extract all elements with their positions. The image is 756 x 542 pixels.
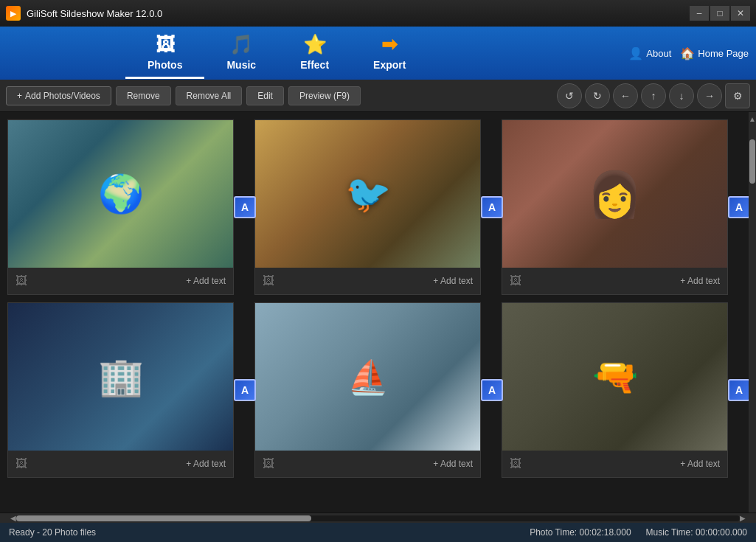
music-icon: 🎵 <box>229 33 253 56</box>
photo-icon-4: 🖼 <box>15 457 27 470</box>
text-overlay-icon-1[interactable]: A <box>234 196 256 218</box>
photo-image-5: ⛵ <box>347 358 389 397</box>
h-scroll-thumb[interactable] <box>16 515 311 521</box>
photo-footer-6: 🖼 + Add text <box>502 451 727 477</box>
settings-button[interactable]: ⚙ <box>725 83 750 108</box>
photo-footer-1: 🖼 + Add text <box>8 268 233 294</box>
vertical-scrollbar[interactable]: ▲ <box>749 112 756 513</box>
photo-image-4: 🏢 <box>98 355 144 398</box>
photo-overlay-3: 👩 <box>502 120 727 268</box>
photo-card-wrapper-4: 🏢 🖼 + Add text A <box>7 302 247 478</box>
horizontal-scrollbar[interactable]: ◀ ▶ <box>0 513 756 523</box>
homepage-label: Home Page <box>698 48 749 59</box>
scroll-thumb[interactable] <box>749 139 755 184</box>
tab-music[interactable]: 🎵 Music <box>204 27 278 79</box>
text-overlay-icon-5[interactable]: A <box>481 379 503 401</box>
add-photos-button[interactable]: + Add Photos/Videos <box>6 86 111 105</box>
rotate-left-button[interactable]: ↺ <box>557 83 582 108</box>
about-icon: 👤 <box>628 46 643 60</box>
photo-overlay-1: 🌍 <box>8 120 233 268</box>
text-overlay-icon-4[interactable]: A <box>234 379 256 401</box>
photos-icon: 🖼 <box>156 33 175 56</box>
tab-effect[interactable]: ⭐ Effect <box>278 27 351 79</box>
tab-effect-label: Effect <box>300 59 329 71</box>
add-text-button-6[interactable]: + Add text <box>680 459 720 469</box>
photo-overlay-2: 🐦 <box>255 120 480 268</box>
photo-overlay-4: 🏢 <box>8 303 233 451</box>
add-text-button-1[interactable]: + Add text <box>186 276 226 286</box>
homepage-link[interactable]: 🏠 Home Page <box>680 46 749 60</box>
nav-tabs: 🖼 Photos 🎵 Music ⭐ Effect ➡ Export <box>125 27 428 79</box>
photo-card-wrapper-5: ⛵ 🖼 + Add text A <box>254 302 494 478</box>
photo-card-5[interactable]: ⛵ 🖼 + Add text <box>254 302 481 478</box>
tab-photos[interactable]: 🖼 Photos <box>125 27 204 79</box>
arrow-up-button[interactable]: ↑ <box>641 83 666 108</box>
photo-icon-6: 🖼 <box>510 457 521 470</box>
tab-export-label: Export <box>373 59 406 71</box>
window-controls[interactable]: – □ ✕ <box>690 6 750 21</box>
arrow-left-button[interactable]: ← <box>613 83 638 108</box>
add-text-button-3[interactable]: + Add text <box>680 276 720 286</box>
photo-grid: 🌍 🖼 + Add text A 🐦 <box>0 112 749 513</box>
remove-button[interactable]: Remove <box>116 86 171 105</box>
photo-thumb-6: 🔫 <box>502 303 727 451</box>
photo-card-2[interactable]: 🐦 🖼 + Add text <box>254 119 481 295</box>
photo-footer-2: 🖼 + Add text <box>255 268 480 294</box>
tab-photos-label: Photos <box>148 59 182 71</box>
close-button[interactable]: ✕ <box>731 6 750 21</box>
app-title: GiliSoft Sildeshow Maker 12.0.0 <box>27 8 162 19</box>
add-icon: + <box>17 91 22 101</box>
text-overlay-icon-6[interactable]: A <box>728 379 749 401</box>
ready-status: Ready - 20 Photo files <box>9 527 96 538</box>
export-icon: ➡ <box>381 33 398 56</box>
photo-image-6: 🔫 <box>592 355 638 398</box>
text-overlay-icon-2[interactable]: A <box>481 196 503 218</box>
tab-music-label: Music <box>226 59 256 71</box>
photo-card-6[interactable]: 🔫 🖼 + Add text <box>502 302 728 478</box>
photo-icon-3: 🖼 <box>510 274 521 288</box>
photo-time: Photo Time: 00:02:18.000 <box>530 527 631 538</box>
photo-card-3[interactable]: 👩 🖼 + Add text <box>502 119 728 295</box>
scroll-up-arrow[interactable]: ▲ <box>747 114 756 125</box>
app-icon: ▶ <box>6 6 21 21</box>
homepage-icon: 🏠 <box>680 46 695 60</box>
photo-image-1: 🌍 <box>98 173 144 215</box>
remove-all-button[interactable]: Remove All <box>176 86 243 105</box>
add-text-button-4[interactable]: + Add text <box>186 459 226 469</box>
photo-card-wrapper-6: 🔫 🖼 + Add text A <box>502 302 741 478</box>
photo-overlay-6: 🔫 <box>502 303 727 451</box>
photo-footer-4: 🖼 + Add text <box>8 451 233 477</box>
photo-icon-1: 🖼 <box>15 274 27 288</box>
minimize-button[interactable]: – <box>690 6 709 21</box>
about-link[interactable]: 👤 About <box>628 46 671 60</box>
photo-card-wrapper-1: 🌍 🖼 + Add text A <box>7 119 247 295</box>
title-bar: ▶ GiliSoft Sildeshow Maker 12.0.0 – □ ✕ <box>0 0 756 27</box>
photo-image-2: 🐦 <box>345 173 391 215</box>
photo-icon-2: 🖼 <box>263 274 274 288</box>
text-overlay-icon-3[interactable]: A <box>728 196 749 218</box>
add-text-button-5[interactable]: + Add text <box>433 459 473 469</box>
tab-export[interactable]: ➡ Export <box>351 27 428 79</box>
edit-button[interactable]: Edit <box>246 86 284 105</box>
arrow-down-button[interactable]: ↓ <box>669 83 694 108</box>
photo-image-3: 👩 <box>587 168 642 220</box>
photo-footer-3: 🖼 + Add text <box>502 268 727 294</box>
photo-card-4[interactable]: 🏢 🖼 + Add text <box>7 302 234 478</box>
maximize-button[interactable]: □ <box>710 6 729 21</box>
rotate-right-button[interactable]: ↻ <box>585 83 610 108</box>
music-time: Music Time: 00:00:00.000 <box>646 527 747 538</box>
photo-thumb-2: 🐦 <box>255 120 480 268</box>
nav-right: 👤 About 🏠 Home Page <box>628 46 749 60</box>
photo-card-wrapper-3: 👩 🖼 + Add text A <box>502 119 741 295</box>
navigation-buttons: ↺ ↻ ← ↑ ↓ → ⚙ <box>557 83 750 108</box>
status-bar: Ready - 20 Photo files Photo Time: 00:02… <box>0 523 756 542</box>
preview-button[interactable]: Preview (F9) <box>288 86 361 105</box>
about-label: About <box>646 48 671 59</box>
photo-card-1[interactable]: 🌍 🖼 + Add text <box>7 119 234 295</box>
add-text-button-2[interactable]: + Add text <box>433 276 473 286</box>
scroll-right-arrow[interactable]: ▶ <box>740 514 746 522</box>
photo-thumb-3: 👩 <box>502 120 727 268</box>
photo-card-wrapper-2: 🐦 🖼 + Add text A <box>254 119 494 295</box>
arrow-right-button[interactable]: → <box>697 83 722 108</box>
scroll-left-arrow[interactable]: ◀ <box>10 514 16 522</box>
